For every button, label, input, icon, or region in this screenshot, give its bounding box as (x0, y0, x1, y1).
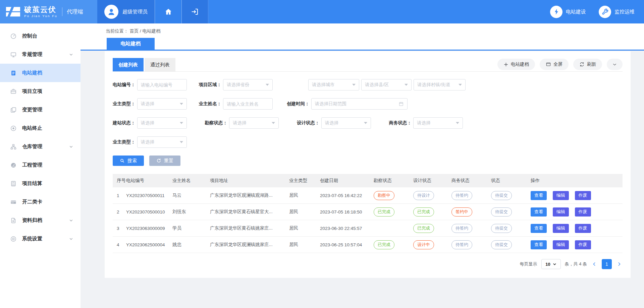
avatar (104, 5, 118, 19)
bank-card-icon (10, 199, 17, 205)
sidebar-item-label: 开二类卡 (22, 199, 42, 205)
sidebar-item-general-mgmt[interactable]: 常规管理 (0, 45, 80, 64)
caret-down-icon (180, 103, 183, 105)
cell-created-date: 2023-06-25 10:57:04 (320, 242, 374, 247)
status-badge: 待提交 (491, 191, 512, 200)
status-badge: 待设计 (413, 191, 434, 200)
view-button[interactable]: 查看 (531, 240, 547, 249)
caret-down-icon (459, 84, 462, 86)
sidebar-item-label: 工程管理 (22, 162, 42, 168)
cell-station-code: YX2023062500004 (126, 242, 172, 247)
caret-down-icon (553, 262, 556, 266)
breadcrumb-path: 首页 / 电站建档 (129, 28, 160, 34)
view-button[interactable]: 查看 (531, 207, 547, 217)
owner-type-label: 业主类型： (113, 101, 136, 107)
sidebar-item-station-termination[interactable]: 电站终止 (0, 119, 80, 137)
status-badge: 已完成 (374, 207, 394, 217)
county-select[interactable]: 请选择县/区 (361, 79, 412, 90)
cell-station-code: YX2023063000009 (126, 226, 172, 231)
survey-status-placeholder: 请选择 (233, 120, 247, 126)
edit-button[interactable]: 编辑 (553, 240, 569, 249)
cell-owner-type: 居民 (289, 192, 320, 198)
prev-page-button[interactable] (591, 261, 598, 267)
edit-button[interactable]: 编辑 (553, 191, 569, 200)
filter-owner-type: 业主类型： 请选择 (113, 98, 187, 110)
home-button[interactable] (155, 0, 182, 23)
sidebar-item-label: 项目立项 (22, 88, 42, 95)
col-status: 状态 (491, 178, 531, 184)
sidebar-item-station-archive[interactable]: 电站建档 (0, 64, 80, 82)
owner-name-input[interactable] (223, 98, 273, 110)
void-button[interactable]: 作废 (575, 224, 591, 233)
edit-button[interactable]: 编辑 (553, 224, 569, 233)
sidebar-item-console[interactable]: 控制台 (0, 27, 80, 45)
next-page-button[interactable] (616, 261, 623, 267)
tab-passed-list[interactable]: 通过列表 (145, 58, 175, 71)
filter-row-1: 电站编号： 项目区域： 请选择省份 请选择城市 请选择县/区 (113, 79, 623, 90)
wrench-icon (599, 6, 611, 18)
sidebar-item-system-settings[interactable]: 系统设置 (0, 230, 80, 248)
view-button[interactable]: 查看 (531, 224, 547, 233)
logo-title: 破茧云伏 (24, 6, 57, 14)
cell-seq: 4 (113, 242, 126, 247)
sidebar-item-data-archive[interactable]: 资料归档 (0, 211, 80, 230)
edit-button[interactable]: 编辑 (553, 207, 569, 217)
page-number-current[interactable]: 1 (602, 259, 612, 269)
station-code-input[interactable] (137, 79, 187, 90)
sidebar-item-warehouse-mgmt[interactable]: 仓库管理 (0, 137, 80, 156)
col-owner-type: 业主类型 (289, 178, 320, 184)
breadcrumb-strip: 当前位置： 首页 / 电站建档 电站建档 (80, 23, 644, 51)
collapse-button[interactable] (607, 59, 623, 70)
page-tab-station-archive[interactable]: 电站建档 (107, 38, 155, 50)
cell-business-status: 待签约 (451, 240, 491, 249)
caret-down-icon (456, 122, 459, 124)
status-badge: 待提交 (491, 224, 512, 233)
sidebar-item-label: 电站终止 (22, 125, 42, 131)
void-button[interactable]: 作废 (575, 240, 591, 249)
cell-owner-name: 刘强东 (172, 209, 210, 215)
owner-type-placeholder: 请选择 (141, 101, 155, 107)
void-button[interactable]: 作废 (575, 207, 591, 217)
search-button[interactable]: 搜索 (113, 156, 144, 166)
table-row: 1 YX2023070500011 马云 广东深圳龙华区观澜镇观湖路... 居民… (113, 187, 623, 204)
tab-created-list[interactable]: 创建列表 (113, 58, 144, 71)
logo-text: 破茧云伏 Po Jian Yun Fu (24, 6, 57, 18)
nav-station-build[interactable]: 电站建设 (550, 6, 586, 18)
design-status-select[interactable]: 请选择 (321, 117, 371, 129)
fullscreen-button[interactable]: 全屏 (540, 59, 569, 70)
sidebar-item-engineering-mgmt[interactable]: 工程管理 (0, 156, 80, 174)
reset-button[interactable]: 重置 (149, 156, 180, 166)
nav-monitor-ops[interactable]: 监控运维 (599, 6, 635, 18)
filter-business-status: 商务状态： 请选择 (389, 117, 463, 129)
sidebar-item-change-mgmt[interactable]: 变更管理 (0, 101, 80, 119)
date-range-input[interactable]: 请选择日期范围 (311, 98, 408, 110)
owner-type-select[interactable]: 请选择 (137, 98, 187, 110)
logo-icon (5, 5, 21, 18)
cell-project-address: 广东深圳龙华区黄石镇星官大... (210, 209, 289, 215)
nav-station-build-label: 电站建设 (566, 9, 586, 15)
business-status-select[interactable]: 请选择 (413, 117, 463, 129)
village-select[interactable]: 请选择村镇/街道 (414, 79, 466, 90)
logout-button[interactable] (182, 0, 208, 23)
plus-icon (503, 62, 508, 67)
table-row: 3 YX2023063000009 学员 广东深圳龙华区黄石镇姚家庄... 居民… (113, 220, 623, 237)
sidebar-item-project-settlement[interactable]: 项目结算 (0, 174, 80, 193)
view-button[interactable]: 查看 (531, 191, 547, 200)
create-station-button[interactable]: 电站建档 (497, 59, 535, 70)
build-status-select[interactable]: 请选择 (137, 117, 187, 129)
cell-seq: 2 (113, 209, 126, 214)
owner-type2-select[interactable]: 请选择 (137, 136, 187, 148)
per-page-select[interactable]: 10 (541, 259, 561, 269)
caret-down-icon (405, 84, 408, 86)
status-badge: 已完成 (413, 207, 434, 217)
survey-status-select[interactable]: 请选择 (229, 117, 279, 129)
cell-actions: 查看 编辑 作废 (531, 207, 623, 217)
user-menu[interactable]: 超级管理员 (97, 0, 155, 23)
sidebar-item-open-card[interactable]: 开二类卡 (0, 193, 80, 211)
refresh-button[interactable]: 刷新 (573, 59, 602, 70)
void-button[interactable]: 作废 (575, 191, 591, 200)
sidebar-item-project-initiation[interactable]: 项目立项 (0, 82, 80, 101)
province-select[interactable]: 请选择省份 (223, 79, 273, 90)
cell-status: 待提交 (491, 240, 531, 249)
city-select[interactable]: 请选择城市 (308, 79, 359, 90)
